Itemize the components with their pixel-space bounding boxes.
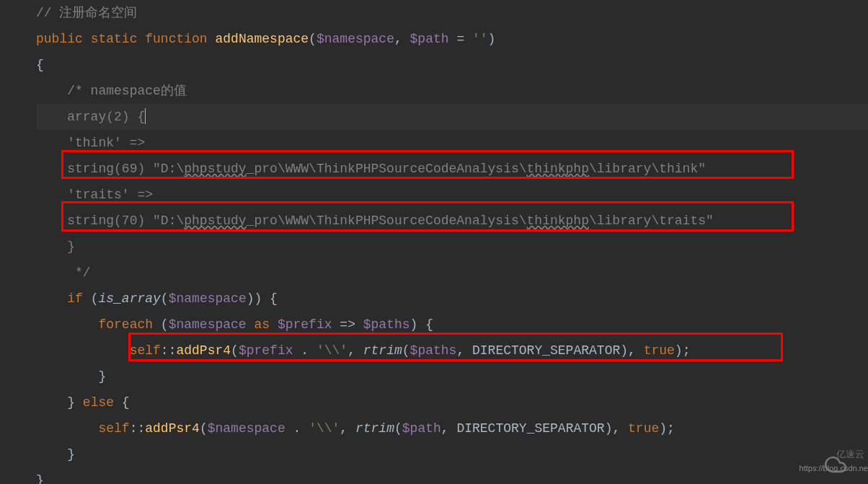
code-line: string(70) "D:\phpstudy_pro\WWW\ThinkPHP… bbox=[36, 208, 868, 234]
function-call: rtrim bbox=[363, 338, 402, 364]
comment: */ bbox=[67, 260, 90, 286]
comment: array(2) { bbox=[67, 104, 145, 130]
variable: $namespace bbox=[169, 286, 247, 312]
code-line: foreach ($namespace as $prefix => $paths… bbox=[36, 312, 868, 338]
boolean: true bbox=[644, 338, 675, 364]
method-call: addPsr4 bbox=[176, 338, 231, 364]
code-line: } else { bbox=[36, 390, 868, 415]
code-line: } bbox=[36, 467, 868, 484]
keyword-public: public bbox=[36, 26, 83, 52]
comment: // 注册命名空间 bbox=[36, 0, 137, 26]
keyword-static: static bbox=[91, 26, 138, 52]
watermark-url: https://blog.csdn.ne bbox=[800, 455, 868, 481]
comment: 'traits' => bbox=[67, 182, 153, 208]
comment: } bbox=[67, 234, 75, 260]
string: '' bbox=[472, 26, 488, 52]
keyword-if: if bbox=[67, 286, 83, 312]
code-line: */ bbox=[36, 260, 868, 286]
keyword-self: self bbox=[98, 415, 129, 441]
variable: $path bbox=[410, 26, 449, 52]
code-line: if (is_array($namespace)) { bbox=[36, 286, 868, 312]
code-line: self::addPsr4($prefix . '\\', rtrim($pat… bbox=[36, 338, 868, 364]
code-editor[interactable]: // 注册命名空间 public static function addName… bbox=[0, 0, 868, 484]
keyword-self: self bbox=[130, 338, 161, 364]
comment: string(69) "D:\phpstudy_pro\WWW\ThinkPHP… bbox=[67, 156, 706, 182]
function-name: addNamespace bbox=[215, 26, 309, 52]
code-line: { bbox=[36, 52, 868, 78]
code-line: 'think' => bbox=[36, 130, 868, 156]
code-line: } bbox=[36, 364, 868, 390]
code-line: } bbox=[36, 441, 868, 467]
code-line: 'traits' => bbox=[36, 182, 868, 208]
comment: 'think' => bbox=[67, 130, 145, 156]
function-call: is_array bbox=[98, 286, 160, 312]
comment: string(70) "D:\phpstudy_pro\WWW\ThinkPHP… bbox=[67, 208, 714, 234]
variable: $namespace bbox=[169, 312, 247, 338]
function-call: rtrim bbox=[355, 415, 394, 441]
comment: /* namespace的值 bbox=[67, 78, 187, 104]
code-line: } bbox=[36, 234, 868, 260]
variable: $namespace bbox=[208, 415, 285, 441]
boolean: true bbox=[628, 415, 659, 441]
code-line: string(69) "D:\phpstudy_pro\WWW\ThinkPHP… bbox=[36, 156, 868, 182]
method-call: addPsr4 bbox=[145, 415, 200, 441]
keyword-else: else bbox=[75, 390, 122, 415]
keyword-foreach: foreach bbox=[98, 312, 153, 338]
variable: $namespace bbox=[316, 26, 394, 52]
code-line: self::addPsr4($namespace . '\\', rtrim($… bbox=[36, 415, 868, 441]
code-line: /* namespace的值 bbox=[36, 78, 868, 104]
variable: $paths bbox=[363, 312, 410, 338]
code-line: // 注册命名空间 bbox=[36, 0, 868, 26]
text-cursor bbox=[145, 108, 146, 124]
variable: $path bbox=[402, 415, 441, 441]
variable: $prefix bbox=[239, 338, 293, 364]
variable: $paths bbox=[410, 338, 457, 364]
code-line-active: array(2) { bbox=[36, 104, 868, 130]
string: '\\' bbox=[316, 338, 347, 364]
string: '\\' bbox=[309, 415, 340, 441]
code-line: public static function addNamespace($nam… bbox=[36, 26, 868, 52]
variable: $prefix bbox=[278, 312, 332, 338]
keyword-function: function bbox=[145, 26, 207, 52]
